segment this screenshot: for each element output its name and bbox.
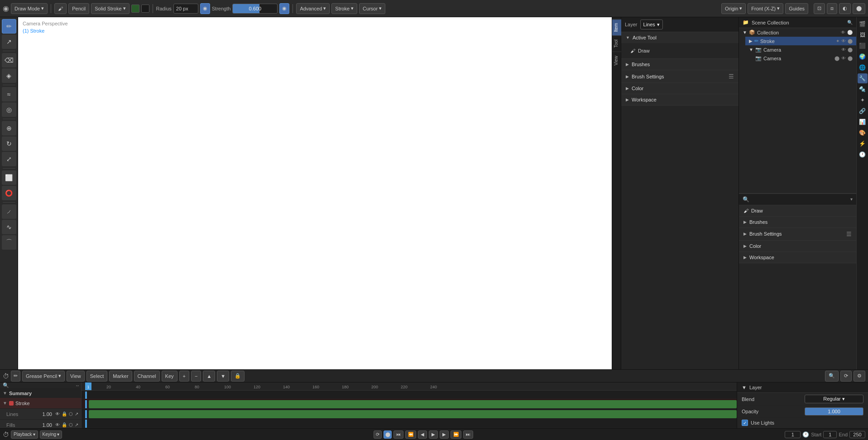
tl-fills-lock[interactable]: 🔒	[62, 422, 67, 427]
timeline-sync-btn[interactable]: ⟳	[840, 371, 852, 382]
opacity-input[interactable]: 1.000	[805, 407, 863, 416]
outliner-collection[interactable]: ▼ 📦 Collection 👁 ⚪	[739, 28, 856, 37]
tl-search-input[interactable]	[11, 383, 73, 388]
move-tool-btn[interactable]: ⊕	[2, 121, 16, 135]
right-search-icon[interactable]: 🔍	[743, 196, 749, 203]
prev-frame-btn[interactable]: ◀	[418, 430, 427, 439]
radius-input[interactable]: 20 px	[173, 4, 198, 14]
right-color-header[interactable]: ▶ Color	[739, 241, 856, 251]
world-properties-icon[interactable]: 🌐	[858, 63, 868, 73]
output-properties-icon[interactable]: 🖼	[858, 30, 868, 40]
arc-tool-btn[interactable]: ⌒	[2, 235, 16, 250]
workspace-header[interactable]: ▶ Workspace	[621, 94, 739, 105]
line-tool-btn[interactable]: ⟋	[2, 204, 16, 219]
lock-btn[interactable]: 🔒	[231, 371, 245, 382]
strength-toggle[interactable]: ◉	[279, 3, 289, 14]
outliner-camera-parent[interactable]: ▼ 📷 Camera 👁 ⬤	[745, 45, 856, 54]
use-lights-checkbox[interactable]: ✓	[742, 420, 748, 426]
radius-toggle[interactable]: ◉	[200, 3, 210, 14]
camera-child-vis[interactable]: 👁	[841, 56, 846, 61]
stroke-track[interactable]	[82, 399, 737, 409]
active-tool-header[interactable]: ▼ Active Tool	[621, 32, 739, 43]
box-tool-btn[interactable]: ⬜	[2, 170, 16, 185]
material-icon-btn[interactable]: 🎨	[858, 128, 868, 138]
jump-start-btn[interactable]: ⏮	[393, 430, 403, 439]
circle-tool-btn[interactable]: ⭕	[2, 186, 16, 200]
fills-track[interactable]	[82, 418, 737, 428]
camera-dot-icon[interactable]: ⬤	[848, 47, 853, 52]
brush-icon-btn[interactable]: 🖌	[54, 3, 67, 14]
timeline-view-btn[interactable]: View	[67, 371, 85, 382]
tl-lines-lock[interactable]: 🔒	[62, 411, 67, 416]
tl-fills-eye[interactable]: 👁	[55, 422, 60, 427]
outliner-camera-child[interactable]: 📷 Camera ⬤ 👁 ⬤	[752, 54, 856, 63]
stroke-btn[interactable]: Stroke ▾	[331, 3, 357, 14]
right-brushes-header[interactable]: ▶ Brushes	[739, 217, 856, 227]
brushes-header[interactable]: ▶ Brushes	[621, 59, 739, 70]
side-tab-item[interactable]: Item	[612, 19, 621, 35]
tl-stroke-label[interactable]: ▼ Stroke	[0, 398, 82, 409]
stroke-type-btn[interactable]: Solid Stroke ▾	[91, 3, 129, 14]
canvas-area[interactable]: Camera Perspective (1) Stroke	[18, 17, 612, 369]
view-layer-properties-icon[interactable]: ⬛	[858, 41, 868, 51]
remove-channel-btn[interactable]: −	[191, 371, 201, 382]
draw-mode-dropdown[interactable]: Draw Mode ▾	[11, 3, 48, 14]
cursor-btn[interactable]: Cursor ▾	[359, 3, 385, 14]
stroke-cam-icon[interactable]: ⬤	[848, 39, 853, 44]
tl-summary-arrow[interactable]: ▼	[3, 391, 7, 396]
particles-icon-btn[interactable]: ✦	[858, 95, 868, 105]
grease-pencil-icon-btn[interactable]: ✏	[11, 371, 20, 382]
curve-tool-btn[interactable]: ∿	[2, 220, 16, 234]
advanced-btn[interactable]: Advanced ▾	[296, 3, 330, 14]
right-brush-settings-header[interactable]: ▶ Brush Settings ☰	[739, 228, 856, 240]
start-frame-input[interactable]: 1	[823, 431, 837, 438]
color-header[interactable]: ▶ Color	[621, 83, 739, 94]
render-properties-icon[interactable]: 🎬	[858, 19, 868, 29]
camera-vis-icon[interactable]: 👁	[841, 47, 846, 52]
next-keyframe-btn[interactable]: ⏩	[451, 430, 461, 439]
lines-track[interactable]	[82, 409, 737, 419]
add-channel-btn[interactable]: +	[179, 371, 189, 382]
timeline-channel-btn[interactable]: Channel	[134, 371, 160, 382]
overlay-btn[interactable]: ⊡	[814, 3, 825, 14]
current-frame-input[interactable]: 1	[785, 431, 801, 438]
brush-name-btn[interactable]: Pencil	[68, 3, 89, 14]
color-swatch[interactable]	[131, 5, 139, 13]
end-frame-input[interactable]: 250	[849, 431, 865, 438]
eraser-tool-btn[interactable]: ⌫	[2, 53, 16, 68]
play-btn[interactable]: ▶	[429, 430, 438, 439]
hide-icon[interactable]: ⚪	[847, 30, 853, 35]
timeline-mode-icon[interactable]: ⏱	[3, 372, 9, 380]
fill-tool-btn[interactable]: ◈	[2, 68, 16, 83]
modifier-properties-icon[interactable]: 🔩	[858, 84, 868, 94]
tl-search-icon[interactable]: 🔍	[3, 382, 9, 388]
filter-icon[interactable]: 🔍	[847, 20, 853, 25]
right-workspace-header[interactable]: ▶ Workspace	[739, 252, 856, 263]
eye-icon[interactable]: 👁	[841, 30, 845, 35]
object-properties-icon[interactable]: 🔧	[858, 73, 868, 83]
sync-icon-btn[interactable]: ⟳	[374, 430, 382, 439]
keying-btn[interactable]: Keying ▾	[40, 430, 62, 439]
right-search-input[interactable]	[752, 197, 848, 202]
jump-end-btn[interactable]: ⏭	[463, 430, 473, 439]
pinch-tool-btn[interactable]: ◎	[2, 102, 16, 117]
shaderfx-icon-btn[interactable]: ⚡	[858, 139, 868, 149]
current-frame-marker[interactable]: 1	[85, 382, 91, 391]
next-frame-btn[interactable]: ▶	[440, 430, 449, 439]
side-tab-tool[interactable]: Tool	[612, 35, 621, 51]
tl-search-clear[interactable]: ↔	[75, 383, 80, 388]
right-draw-header[interactable]: 🖌 Draw	[739, 205, 856, 216]
xray-btn[interactable]: ⧈	[827, 3, 837, 14]
shading-btn[interactable]: ◐	[839, 3, 851, 14]
guides-btn[interactable]: Guides	[785, 3, 808, 14]
playback-mode-icon[interactable]: ⏱	[3, 431, 9, 438]
outliner-stroke[interactable]: ▶ ✏ Stroke ✦ 👁 ⬤	[745, 37, 856, 45]
timeline-marker-btn[interactable]: Marker	[109, 371, 132, 382]
brush-settings-list-icon[interactable]: ☰	[729, 73, 734, 80]
camera-child-cam[interactable]: ⬤	[848, 56, 853, 61]
stroke-cursor-icon[interactable]: ✦	[836, 39, 839, 44]
blend-dropdown[interactable]: Regular ▾	[805, 395, 863, 403]
select-tool-btn[interactable]: ↗	[2, 34, 16, 49]
origin-btn[interactable]: Origin ▾	[721, 3, 746, 14]
move-up-btn[interactable]: ▲	[203, 371, 215, 382]
